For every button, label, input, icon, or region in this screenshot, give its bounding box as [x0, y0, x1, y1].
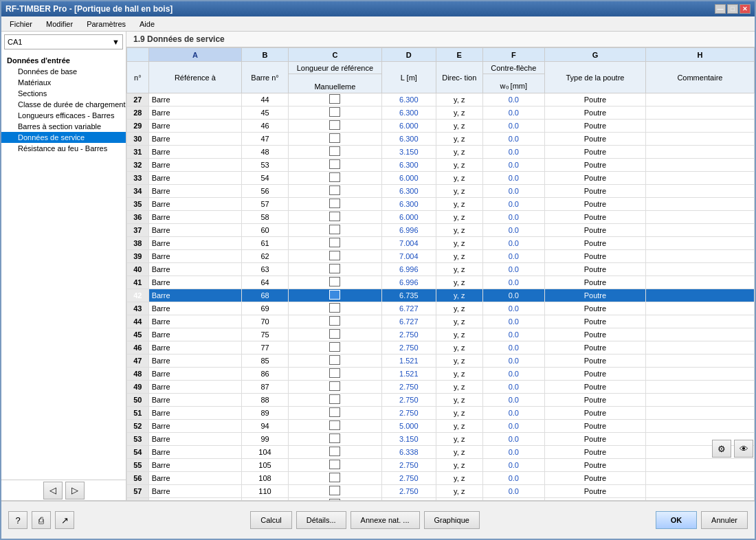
- cell-checkbox[interactable]: [288, 328, 381, 341]
- cell-contre-fleche: 0.0: [482, 172, 544, 185]
- cell-checkbox[interactable]: [288, 315, 381, 328]
- cell-checkbox[interactable]: [288, 106, 381, 120]
- cell-checkbox[interactable]: [288, 420, 381, 433]
- cell-reference: Barre: [148, 172, 242, 185]
- details-button[interactable]: Détails...: [296, 511, 346, 529]
- cell-checkbox[interactable]: [288, 237, 381, 250]
- menu-aide[interactable]: Aide: [134, 19, 160, 30]
- table-row[interactable]: 33Barre546.000y, z0.0Poutre: [127, 172, 755, 185]
- footer-icon-3[interactable]: ↗: [55, 511, 74, 529]
- table-row[interactable]: 47Barre851.521y, z0.0Poutre: [127, 355, 755, 368]
- table-row[interactable]: 40Barre636.996y, z0.0Poutre: [127, 263, 755, 276]
- menu-fichier[interactable]: Fichier: [4, 19, 38, 30]
- sidebar-dropdown[interactable]: CA1 ▼: [4, 34, 123, 49]
- cell-commentaire: [645, 250, 754, 263]
- table-row[interactable]: 55Barre1052.750y, z0.0Poutre: [127, 459, 755, 472]
- cell-checkbox[interactable]: [288, 302, 381, 315]
- cell-checkbox[interactable]: [288, 368, 381, 381]
- table-row[interactable]: 35Barre576.300y, z0.0Poutre: [127, 198, 755, 211]
- table-row[interactable]: 49Barre872.750y, z0.0Poutre: [127, 381, 755, 394]
- cell-checkbox[interactable]: [288, 407, 381, 420]
- footer-icon-2[interactable]: ⎙: [32, 511, 51, 529]
- cell-checkbox[interactable]: [288, 355, 381, 368]
- table-row[interactable]: 29Barre466.000y, z0.0Poutre: [127, 120, 755, 133]
- table-row[interactable]: 43Barre696.727y, z0.0Poutre: [127, 302, 755, 315]
- table-row[interactable]: 30Barre476.300y, z0.0Poutre: [127, 133, 755, 146]
- cell-checkbox[interactable]: [288, 276, 381, 289]
- table-row[interactable]: 32Barre536.300y, z0.0Poutre: [127, 159, 755, 172]
- table-row[interactable]: 48Barre861.521y, z0.0Poutre: [127, 368, 755, 381]
- sidebar-item-classe-duree[interactable]: Classe de durée de chargement: [1, 99, 126, 110]
- cell-checkbox[interactable]: [288, 394, 381, 407]
- cell-contre-fleche: 0.0: [482, 93, 544, 106]
- table-row[interactable]: 58Barre1112.750y, z0.0Poutre: [127, 498, 755, 501]
- table-row[interactable]: 36Barre586.000y, z0.0Poutre: [127, 211, 755, 224]
- cell-checkbox[interactable]: [288, 263, 381, 276]
- table-row[interactable]: 31Barre483.150y, z0.0Poutre: [127, 146, 755, 159]
- sidebar-item-donnees-base[interactable]: Données de base: [1, 66, 126, 77]
- cell-checkbox[interactable]: [288, 172, 381, 185]
- table-row[interactable]: 28Barre456.300y, z0.0Poutre: [127, 106, 755, 120]
- view-icon-btn[interactable]: 👁: [734, 440, 753, 458]
- annuler-button[interactable]: Annuler: [701, 511, 748, 529]
- cell-checkbox[interactable]: [288, 224, 381, 237]
- table-row[interactable]: 52Barre945.000y, z0.0Poutre: [127, 420, 755, 433]
- menu-modifier[interactable]: Modifier: [41, 19, 78, 30]
- minimize-button[interactable]: —: [715, 4, 726, 14]
- footer-icon-1[interactable]: ?: [8, 511, 27, 529]
- settings-icon-btn[interactable]: ⚙: [712, 440, 731, 458]
- sidebar-item-materiaux[interactable]: Matériaux: [1, 77, 126, 88]
- table-row[interactable]: 54Barre1046.338y, z0.0Poutre: [127, 446, 755, 459]
- cell-checkbox[interactable]: [288, 381, 381, 394]
- table-row[interactable]: 51Barre892.750y, z0.0Poutre: [127, 407, 755, 420]
- sidebar-item-resistance-feu[interactable]: Résistance au feu - Barres: [1, 143, 126, 154]
- table-row[interactable]: 56Barre1082.750y, z0.0Poutre: [127, 472, 755, 485]
- cell-checkbox[interactable]: [288, 459, 381, 472]
- table-row[interactable]: 42Barre686.735y, z0.0Poutre: [127, 289, 755, 302]
- table-row[interactable]: 41Barre646.996y, z0.0Poutre: [127, 276, 755, 289]
- table-row[interactable]: 46Barre772.750y, z0.0Poutre: [127, 341, 755, 355]
- cell-reference: Barre: [148, 355, 242, 368]
- menu-parametres[interactable]: Paramètres: [81, 19, 131, 30]
- cell-checkbox[interactable]: [288, 211, 381, 224]
- table-container[interactable]: A B C D E F G H n° Référence à Bar: [126, 47, 755, 500]
- ok-button[interactable]: OK: [656, 511, 697, 529]
- table-row[interactable]: 38Barre617.004y, z0.0Poutre: [127, 237, 755, 250]
- cell-checkbox[interactable]: [288, 433, 381, 446]
- calcul-button[interactable]: Calcul: [250, 511, 292, 529]
- cell-checkbox[interactable]: [288, 289, 381, 302]
- cell-checkbox[interactable]: [288, 250, 381, 263]
- maximize-button[interactable]: □: [727, 4, 738, 14]
- table-row[interactable]: 34Barre566.300y, z0.0Poutre: [127, 185, 755, 198]
- col-a-letter[interactable]: A: [148, 48, 242, 62]
- table-row[interactable]: 39Barre627.004y, z0.0Poutre: [127, 250, 755, 263]
- cell-checkbox[interactable]: [288, 146, 381, 159]
- table-row[interactable]: 45Barre752.750y, z0.0Poutre: [127, 328, 755, 341]
- close-button[interactable]: ✕: [740, 4, 751, 14]
- cell-checkbox[interactable]: [288, 472, 381, 485]
- cell-checkbox[interactable]: [288, 120, 381, 133]
- cell-checkbox[interactable]: [288, 93, 381, 106]
- table-row[interactable]: 44Barre706.727y, z0.0Poutre: [127, 315, 755, 328]
- table-row[interactable]: 27Barre446.300y, z0.0Poutre: [127, 93, 755, 106]
- cell-checkbox[interactable]: [288, 185, 381, 198]
- sidebar-item-barres-section[interactable]: Barres à section variable: [1, 121, 126, 132]
- cell-checkbox[interactable]: [288, 485, 381, 498]
- table-row[interactable]: 57Barre1102.750y, z0.0Poutre: [127, 485, 755, 498]
- cell-checkbox[interactable]: [288, 341, 381, 355]
- cell-checkbox[interactable]: [288, 133, 381, 146]
- cell-checkbox[interactable]: [288, 446, 381, 459]
- sidebar-item-sections[interactable]: Sections: [1, 88, 126, 99]
- graphique-button[interactable]: Graphique: [424, 511, 480, 529]
- sidebar-item-donnees-service[interactable]: Données de service: [1, 132, 126, 143]
- annexe-button[interactable]: Annexe nat. ...: [351, 511, 420, 529]
- table-row[interactable]: 50Barre882.750y, z0.0Poutre: [127, 394, 755, 407]
- cell-checkbox[interactable]: [288, 198, 381, 211]
- cell-checkbox[interactable]: [288, 498, 381, 501]
- sidebar-item-longueurs[interactable]: Longueurs efficaces - Barres: [1, 110, 126, 121]
- sidebar-icon-btn-2[interactable]: ▷: [65, 482, 85, 499]
- cell-checkbox[interactable]: [288, 159, 381, 172]
- table-row[interactable]: 37Barre606.996y, z0.0Poutre: [127, 224, 755, 237]
- sidebar-icon-btn-1[interactable]: ◁: [43, 482, 63, 499]
- table-row[interactable]: 53Barre993.150y, z0.0Poutre: [127, 433, 755, 446]
